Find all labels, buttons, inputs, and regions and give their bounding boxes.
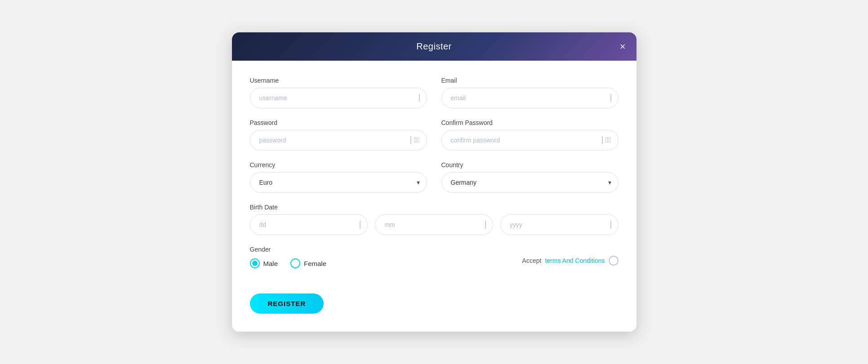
confirm-password-icon: 👁⃒ xyxy=(602,136,611,145)
country-group: Country Germany France USA UK ▾ xyxy=(441,161,619,193)
birth-yyyy-icon xyxy=(610,221,611,229)
terms-row: Accept terms And Conditions xyxy=(522,256,619,266)
password-label: Password xyxy=(250,119,427,126)
email-label: Email xyxy=(441,77,619,84)
male-label: Male xyxy=(263,260,278,267)
register-button[interactable]: REGISTER xyxy=(250,293,324,314)
currency-select[interactable]: Euro USD GBP JPY xyxy=(250,172,427,193)
birth-date-inputs xyxy=(250,214,619,235)
username-label: Username xyxy=(250,77,427,84)
birth-mm-input[interactable] xyxy=(375,214,493,235)
birth-dd-wrapper xyxy=(250,214,368,235)
female-label: Female xyxy=(304,260,326,267)
birth-dd-icon xyxy=(360,221,361,229)
email-input[interactable] xyxy=(441,88,619,108)
username-input[interactable] xyxy=(250,88,427,108)
modal-header: Register × xyxy=(232,32,637,61)
password-icon: 👁⃒ xyxy=(410,136,419,145)
email-group: Email xyxy=(441,77,619,108)
confirm-password-eye-icon[interactable]: 👁⃒ xyxy=(605,136,611,145)
country-select-wrapper: Germany France USA UK ▾ xyxy=(441,172,619,193)
gender-label: Gender xyxy=(250,246,327,253)
confirm-password-group: Confirm Password 👁⃒ xyxy=(441,119,619,151)
birth-mm-wrapper xyxy=(375,214,493,235)
username-email-row: Username Email xyxy=(250,77,619,108)
password-eye-icon[interactable]: 👁⃒ xyxy=(414,136,419,145)
modal-body: Username Email xyxy=(232,61,637,332)
email-input-wrapper xyxy=(441,88,619,108)
gender-male-option[interactable]: Male xyxy=(250,258,278,268)
password-input-wrapper: 👁⃒ xyxy=(250,130,427,151)
birth-yyyy-input[interactable] xyxy=(500,214,619,235)
confirm-password-input[interactable] xyxy=(441,130,619,151)
currency-label: Currency xyxy=(250,161,427,169)
password-input[interactable] xyxy=(250,130,427,151)
currency-select-wrapper: Euro USD GBP JPY ▾ xyxy=(250,172,427,193)
birth-date-label: Birth Date xyxy=(250,204,619,211)
currency-country-row: Currency Euro USD GBP JPY ▾ Country Germ… xyxy=(250,161,619,193)
confirm-password-input-wrapper: 👁⃒ xyxy=(441,130,619,151)
birth-yyyy-wrapper xyxy=(500,214,619,235)
birth-date-group: Birth Date xyxy=(250,204,619,235)
terms-link[interactable]: terms And Conditions xyxy=(545,257,605,264)
country-label: Country xyxy=(441,161,619,169)
female-radio-circle[interactable] xyxy=(290,258,300,268)
birth-mm-icon xyxy=(485,221,486,229)
register-modal: Register × Username Email xyxy=(232,32,637,332)
email-icon xyxy=(610,94,611,102)
gender-section: Gender Male Female xyxy=(250,246,327,268)
terms-checkbox[interactable] xyxy=(609,256,619,266)
password-row: Password 👁⃒ Confirm Password 👁⃒ xyxy=(250,119,619,151)
accept-label: Accept xyxy=(522,257,542,264)
password-group: Password 👁⃒ xyxy=(250,119,427,151)
close-button[interactable]: × xyxy=(620,42,626,52)
gender-terms-row: Gender Male Female Accept xyxy=(250,246,619,279)
gender-radio-group: Male Female xyxy=(250,258,327,268)
currency-group: Currency Euro USD GBP JPY ▾ xyxy=(250,161,427,193)
male-radio-inner xyxy=(252,261,258,266)
modal-title: Register xyxy=(416,41,451,52)
confirm-password-label: Confirm Password xyxy=(441,119,619,126)
gender-female-option[interactable]: Female xyxy=(290,258,326,268)
male-radio-circle[interactable] xyxy=(250,258,260,268)
username-input-wrapper xyxy=(250,88,427,108)
username-group: Username xyxy=(250,77,427,108)
birth-dd-input[interactable] xyxy=(250,214,368,235)
username-icon xyxy=(419,94,420,102)
country-select[interactable]: Germany France USA UK xyxy=(441,172,619,193)
